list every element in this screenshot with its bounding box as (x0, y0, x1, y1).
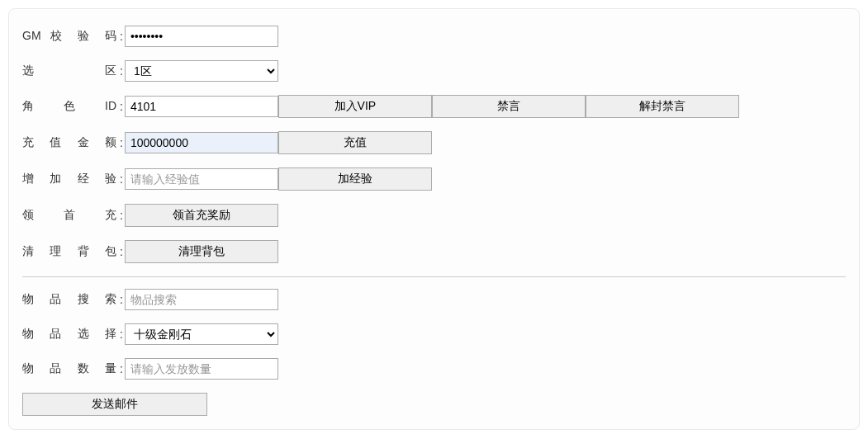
item-select[interactable]: 十级金刚石 (125, 323, 278, 345)
row-itemqty: 物 品 数 量 : (22, 358, 846, 380)
label-itemqty: 物 品 数 量 (22, 361, 120, 376)
item-search-input[interactable] (125, 289, 278, 310)
label-clearbag: 清 理 背 包 (22, 244, 120, 259)
colon: : (120, 100, 123, 113)
label-recharge: 充 值 金 额 (22, 135, 120, 150)
colon: : (120, 328, 123, 341)
label-exp: 增 加 经 验 (22, 172, 120, 186)
firstcharge-button[interactable]: 领首充奖励 (125, 204, 278, 227)
add-exp-button[interactable]: 加经验 (278, 167, 432, 191)
label-gmcode: GM 校 验 码 (22, 29, 120, 44)
label-itemselect: 物 品 选 择 (22, 327, 120, 342)
row-recharge: 充 值 金 额 : 充值 (22, 131, 846, 154)
send-mail-button[interactable]: 发送邮件 (22, 393, 207, 416)
row-role: 角色ID : 加入VIP 禁言 解封禁言 (22, 95, 846, 118)
item-qty-input[interactable] (125, 358, 278, 380)
colon: : (120, 293, 123, 306)
colon: : (120, 362, 123, 375)
colon: : (120, 172, 123, 186)
clearbag-button[interactable]: 清理背包 (125, 240, 278, 263)
row-zone: 选区 : 1区 (22, 60, 846, 82)
colon: : (120, 209, 123, 222)
row-firstcharge: 领 首 充 : 领首充奖励 (22, 204, 846, 227)
row-itemsearch: 物 品 搜 索 : (22, 289, 846, 310)
row-clearbag: 清 理 背 包 : 清理背包 (22, 240, 846, 263)
recharge-amount-input[interactable] (125, 132, 278, 153)
colon: : (120, 245, 123, 258)
label-firstcharge: 领 首 充 (22, 208, 120, 223)
role-id-input[interactable] (125, 96, 278, 117)
zone-select[interactable]: 1区 (125, 60, 278, 82)
row-sendmail: 发送邮件 (22, 393, 846, 416)
gmcode-input[interactable] (125, 26, 278, 47)
colon: : (120, 136, 123, 149)
colon: : (120, 30, 123, 43)
add-vip-button[interactable]: 加入VIP (278, 95, 432, 118)
row-gmcode: GM 校 验 码 : (22, 26, 846, 47)
row-itemselect: 物 品 选 择 : 十级金刚石 (22, 323, 846, 345)
label-zone: 选区 (22, 64, 120, 78)
gm-panel: GM 校 验 码 : 选区 : 1区 角色ID : 加入VIP 禁言 解封禁言 … (8, 8, 860, 430)
colon: : (120, 64, 123, 78)
section-divider (22, 276, 846, 277)
exp-input[interactable] (125, 168, 278, 190)
label-role: 角色ID (22, 99, 120, 114)
row-exp: 增 加 经 验 : 加经验 (22, 167, 846, 191)
ban-button[interactable]: 禁言 (432, 95, 586, 118)
unban-button[interactable]: 解封禁言 (586, 95, 739, 118)
label-itemsearch: 物 品 搜 索 (22, 292, 120, 307)
recharge-button[interactable]: 充值 (278, 131, 432, 154)
